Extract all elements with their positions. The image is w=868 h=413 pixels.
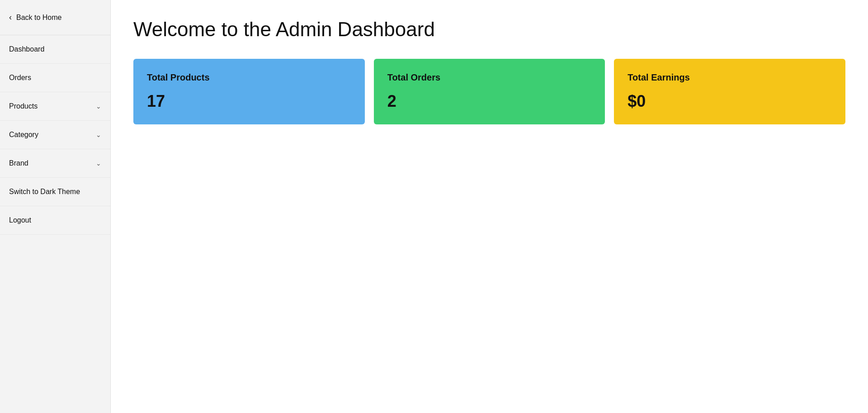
sidebar-nav: Dashboard Orders Products ⌄ Category ⌄ B… <box>0 35 110 413</box>
stat-card-orders-label: Total Orders <box>387 72 592 83</box>
stat-card-products-label: Total Products <box>147 72 351 83</box>
stat-card-orders: Total Orders 2 <box>374 59 605 124</box>
chevron-left-icon: ‹ <box>9 13 12 22</box>
stat-card-orders-value: 2 <box>387 92 592 111</box>
stat-card-earnings-value: $0 <box>627 92 832 111</box>
sidebar-item-logout-label: Logout <box>9 216 31 224</box>
stats-grid: Total Products 17 Total Orders 2 Total E… <box>133 59 845 124</box>
sidebar-item-products[interactable]: Products ⌄ <box>0 92 110 121</box>
sidebar-item-orders[interactable]: Orders <box>0 64 110 92</box>
sidebar-item-theme[interactable]: Switch to Dark Theme <box>0 178 110 206</box>
chevron-down-icon: ⌄ <box>96 131 101 138</box>
sidebar-item-dashboard[interactable]: Dashboard <box>0 35 110 64</box>
stat-card-products-value: 17 <box>147 92 351 111</box>
page-title: Welcome to the Admin Dashboard <box>133 18 845 41</box>
sidebar-item-logout[interactable]: Logout <box>0 206 110 235</box>
sidebar-item-orders-label: Orders <box>9 74 31 81</box>
chevron-down-icon: ⌄ <box>96 160 101 167</box>
sidebar-item-dashboard-label: Dashboard <box>9 45 44 53</box>
stat-card-earnings-label: Total Earnings <box>627 72 832 83</box>
sidebar-item-brand-label: Brand <box>9 159 28 167</box>
sidebar-item-theme-label: Switch to Dark Theme <box>9 188 80 195</box>
sidebar-item-products-label: Products <box>9 102 38 110</box>
sidebar: ‹ Back to Home Dashboard Orders Products… <box>0 0 111 413</box>
sidebar-item-category[interactable]: Category ⌄ <box>0 121 110 149</box>
main-content: Welcome to the Admin Dashboard Total Pro… <box>111 0 868 413</box>
back-to-home-button[interactable]: ‹ Back to Home <box>0 0 110 35</box>
stat-card-earnings: Total Earnings $0 <box>614 59 845 124</box>
stat-card-products: Total Products 17 <box>133 59 365 124</box>
sidebar-item-brand[interactable]: Brand ⌄ <box>0 149 110 178</box>
sidebar-item-category-label: Category <box>9 131 38 139</box>
chevron-down-icon: ⌄ <box>96 103 101 110</box>
back-to-home-label: Back to Home <box>16 14 61 22</box>
